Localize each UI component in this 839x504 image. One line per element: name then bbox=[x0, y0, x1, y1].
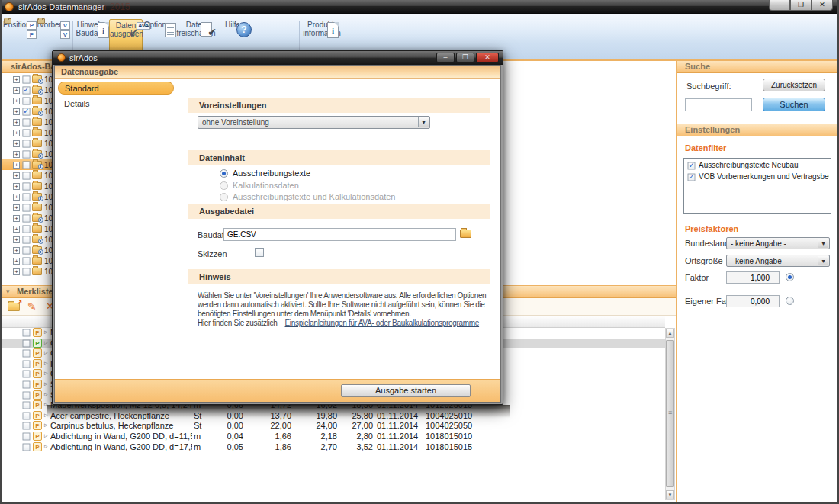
expand-plus-icon[interactable]: + bbox=[13, 162, 20, 169]
tree-checkbox[interactable] bbox=[22, 75, 30, 83]
dialog-minimize-button[interactable]: – bbox=[436, 53, 455, 63]
zuruecksetzen-button[interactable]: Zurücksetzen bbox=[763, 79, 825, 91]
option-ausschreibungstexte[interactable]: Ausschreibungstexte bbox=[220, 168, 310, 178]
chevron-down-icon[interactable]: ▾ bbox=[418, 117, 429, 127]
chevron-down-icon[interactable]: ▾ bbox=[818, 256, 828, 265]
new-folder-icon[interactable]: ↗ bbox=[8, 303, 20, 311]
expand-plus-icon[interactable]: + bbox=[13, 172, 20, 179]
expand-plus-icon[interactable]: + bbox=[13, 236, 20, 243]
tree-checkbox[interactable] bbox=[22, 225, 30, 233]
expand-plus-icon[interactable]: + bbox=[13, 183, 20, 190]
tree-checkbox[interactable] bbox=[22, 97, 30, 104]
toolbar-positionen[interactable]: P P Positionen bbox=[3, 19, 37, 57]
expand-plus-icon[interactable]: + bbox=[13, 215, 20, 222]
tree-checkbox[interactable] bbox=[22, 182, 30, 190]
skizzen-checkbox[interactable] bbox=[255, 248, 264, 257]
row-checkbox[interactable] bbox=[23, 412, 31, 419]
tree-checkbox[interactable] bbox=[22, 140, 30, 147]
dialog-close-button[interactable]: ✕ bbox=[476, 53, 499, 63]
faktor-input[interactable] bbox=[726, 271, 780, 284]
expand-arrow-icon[interactable]: ▹ bbox=[44, 348, 48, 356]
merkliste-row[interactable]: P ▹ Carpinus betulus, Heckenpflanze St 0… bbox=[2, 421, 665, 432]
row-checkbox[interactable] bbox=[23, 381, 31, 389]
tree-checkbox[interactable] bbox=[22, 257, 30, 265]
row-checkbox[interactable] bbox=[23, 402, 31, 409]
datenfilter-item[interactable]: Ausschreibungstexte Neubau bbox=[686, 161, 829, 172]
radio-icon[interactable] bbox=[220, 181, 228, 190]
filter-checkbox[interactable] bbox=[688, 162, 696, 170]
dialog-maximize-button[interactable]: ❐ bbox=[456, 53, 474, 63]
tree-checkbox[interactable] bbox=[22, 150, 30, 158]
expand-plus-icon[interactable]: + bbox=[13, 268, 20, 275]
einspielanleitungen-link[interactable]: Einspielanleitungen für AVA- oder Baukal… bbox=[284, 319, 479, 327]
datenfilter-item[interactable]: VOB Vorbemerkungen und Vertragsbed... bbox=[686, 172, 829, 184]
minimize-button[interactable]: – bbox=[769, 0, 790, 11]
tree-checkbox[interactable] bbox=[22, 268, 30, 275]
dialog-title-bar[interactable]: sirAdos bbox=[53, 51, 503, 65]
merkliste-row[interactable]: P ▹ Acer campestre, Heckenpflanze St 0,0… bbox=[2, 411, 665, 422]
nav-item-standard[interactable]: Standard bbox=[58, 82, 174, 95]
suchen-button[interactable]: Suchen bbox=[763, 98, 825, 111]
row-checkbox[interactable] bbox=[23, 432, 31, 440]
ortsgroesse-select[interactable]: - keine Angabe - ▾ bbox=[726, 255, 830, 267]
row-checkbox[interactable] bbox=[23, 329, 31, 337]
chevron-down-icon[interactable]: ▾ bbox=[818, 239, 828, 248]
row-checkbox[interactable] bbox=[23, 371, 31, 378]
expand-plus-icon[interactable]: + bbox=[13, 140, 20, 147]
bundesland-select[interactable]: - keine Angabe - ▾ bbox=[726, 237, 830, 249]
expand-plus-icon[interactable]: + bbox=[13, 258, 20, 265]
row-checkbox[interactable] bbox=[23, 350, 31, 358]
row-checkbox[interactable] bbox=[23, 422, 31, 430]
scroll-up-icon[interactable]: ▲ bbox=[666, 329, 674, 338]
collapse-icon[interactable]: ▾ bbox=[6, 287, 10, 295]
expand-plus-icon[interactable]: + bbox=[13, 119, 20, 126]
expand-plus-icon[interactable]: + bbox=[13, 130, 20, 136]
tree-checkbox[interactable] bbox=[22, 246, 30, 254]
close-button[interactable]: ✕ bbox=[812, 0, 833, 11]
tree-checkbox[interactable] bbox=[22, 108, 30, 115]
voreinstellung-select[interactable]: ohne Voreinstellung ▾ bbox=[198, 116, 430, 129]
option-kalkulationsdaten[interactable]: Kalkulationsdaten bbox=[220, 180, 299, 191]
row-checkbox[interactable] bbox=[23, 391, 31, 399]
tree-checkbox[interactable] bbox=[22, 129, 30, 136]
scroll-down-icon[interactable]: ▼ bbox=[666, 490, 674, 499]
ausgabe-starten-button[interactable]: Ausgabe starten bbox=[341, 384, 471, 397]
tree-checkbox[interactable] bbox=[22, 236, 30, 243]
expand-arrow-icon[interactable]: ▹ bbox=[44, 432, 48, 439]
expand-plus-icon[interactable]: + bbox=[13, 226, 20, 233]
expand-arrow-icon[interactable]: ▹ bbox=[44, 380, 48, 387]
baudaten-input[interactable] bbox=[223, 228, 456, 241]
row-checkbox[interactable] bbox=[23, 360, 31, 368]
tree-checkbox[interactable] bbox=[22, 86, 30, 94]
expand-plus-icon[interactable]: + bbox=[13, 87, 20, 94]
tree-checkbox[interactable] bbox=[22, 193, 30, 201]
expand-plus-icon[interactable]: + bbox=[13, 194, 20, 201]
expand-plus-icon[interactable]: + bbox=[13, 76, 20, 83]
faktor-radio[interactable] bbox=[786, 273, 794, 281]
radio-icon[interactable] bbox=[220, 193, 228, 201]
filter-checkbox[interactable] bbox=[688, 174, 696, 181]
tree-checkbox[interactable] bbox=[22, 172, 30, 179]
eigener-faktor-input[interactable] bbox=[726, 295, 780, 307]
expand-plus-icon[interactable]: + bbox=[13, 98, 20, 104]
expand-arrow-icon[interactable]: ▹ bbox=[44, 328, 48, 335]
tree-checkbox[interactable] bbox=[22, 118, 30, 126]
nav-item-details[interactable]: Details bbox=[64, 99, 178, 108]
expand-arrow-icon[interactable]: ▹ bbox=[44, 442, 48, 450]
tree-checkbox[interactable] bbox=[22, 214, 30, 222]
expand-arrow-icon[interactable]: ▹ bbox=[44, 390, 48, 398]
expand-arrow-icon[interactable]: ▹ bbox=[44, 359, 48, 367]
search-input[interactable] bbox=[685, 98, 752, 111]
browse-folder-icon[interactable] bbox=[460, 230, 471, 238]
radio-icon[interactable] bbox=[220, 169, 228, 178]
expand-arrow-icon[interactable]: ▹ bbox=[44, 400, 48, 408]
row-checkbox[interactable] bbox=[23, 339, 31, 347]
maximize-button[interactable]: ❐ bbox=[790, 0, 812, 11]
expand-plus-icon[interactable]: + bbox=[13, 247, 20, 254]
vertical-scrollbar[interactable]: ▲ ▼ bbox=[665, 328, 675, 500]
merkliste-row[interactable]: P ▹ Abdichtung in Wand, G200 DD, d=17,5 … bbox=[2, 442, 665, 453]
expand-plus-icon[interactable]: + bbox=[13, 108, 20, 115]
row-checkbox[interactable] bbox=[23, 443, 31, 451]
expand-arrow-icon[interactable]: ▹ bbox=[44, 411, 48, 419]
merkliste-row[interactable]: P ▹ Abdichtung in Wand, G200 DD, d=11,5 … bbox=[2, 432, 665, 442]
